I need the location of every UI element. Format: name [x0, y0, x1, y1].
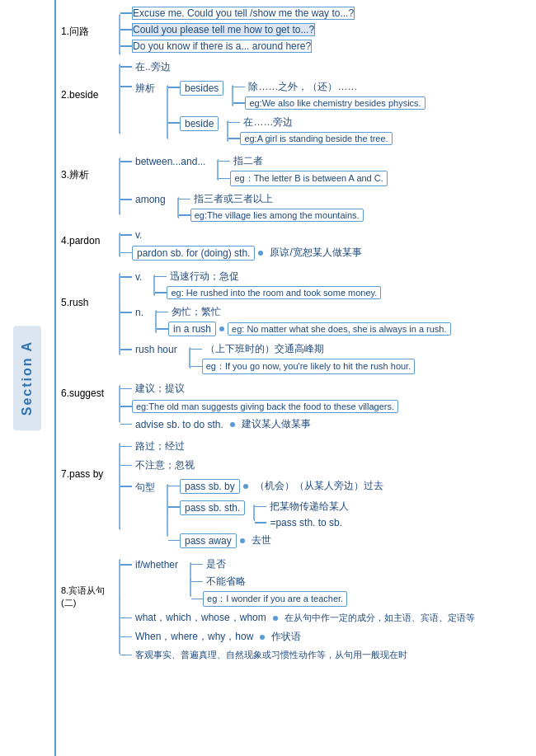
item-4: 4.pardon v. [61, 227, 533, 261]
item7-meaning1: 路过；经过 [132, 439, 188, 454]
item2-beside-meaning2: 在……旁边 [240, 115, 296, 130]
section-label: Section A [13, 326, 41, 430]
item8-ifwhether: if/whether [132, 558, 181, 571]
item-6: 6.suggest 建议；提议 [61, 379, 533, 432]
item8-keguan: 客观事实、普遍真理、自然现象或习惯性动作等，从句用一般现在时 [132, 648, 411, 662]
item2-bianxi: 辨析 [132, 81, 158, 96]
item6-advise-meaning: 建议某人做某事 [238, 416, 314, 432]
key-5: 5.rush [61, 297, 88, 308]
item5-v: v. [132, 270, 145, 284]
item7-jutype: 句型 [132, 480, 158, 495]
item7-pass-equals: =pass sth. to sb. [266, 516, 346, 529]
key-2: 2.beside [61, 89, 98, 101]
item8-when-meaning: 作状语 [268, 629, 304, 645]
item5-rush-eg: eg: No matter what she does, she is alwa… [228, 322, 450, 336]
item1-branch2: Could you please tell me how to get to..… [132, 23, 315, 36]
key-3: 3.辨析 [61, 169, 89, 181]
item8-buneng: 不能省略 [203, 574, 249, 589]
key-4: 4.pardon [61, 235, 100, 247]
item3-among: among [132, 193, 169, 206]
key-8: 8.宾语从句(二) [61, 585, 105, 608]
item2-besides-eg: eg:We also like chemistry besides physic… [245, 96, 425, 110]
item2-besides: besides [180, 81, 223, 96]
item-3: 3.辨析 between...and... [61, 150, 533, 222]
item5-v-meaning: 迅速行动；急促 [167, 269, 242, 284]
item7-pass-away: pass away [180, 533, 237, 548]
main-content: 1.问路 Excuse me. Could [56, 0, 536, 756]
item1-branch1: Excuse me. Could you tell /show me the w… [132, 7, 355, 20]
item2-beside-eg: eg:A girl is standing beside the tree. [240, 132, 392, 145]
item3-between-eg: eg：The letter B is between A and C. [230, 171, 387, 186]
item6-advise: advise sb. to do sth. [132, 418, 227, 431]
item1-branch3: Do you know if there is a... around here… [132, 40, 312, 53]
item7-pass-sb-by: pass sb. by [180, 479, 240, 494]
item4-meaning: 原谅/宽恕某人做某事 [266, 245, 364, 261]
item2-besides-meaning: 除……之外，（还）…… [245, 79, 360, 95]
section-label-bar: Section A [0, 0, 56, 756]
item7-pass-away-meaning: 去世 [248, 533, 275, 548]
item7-pass-sth-meaning: 把某物传递给某人 [266, 499, 352, 514]
item7-meaning2: 不注意；忽视 [132, 458, 198, 473]
key-1: 1.问路 [61, 26, 89, 37]
item2-beside-word: beside [180, 116, 219, 131]
item3-between-meaning: 指二者 [230, 153, 266, 169]
page-container: Section A 1.问路 [0, 0, 536, 756]
item7-pass-sb-sth: pass sb. sth. [180, 500, 245, 515]
item5-n: n. [132, 306, 147, 319]
item5-in-a-rush: in a rush [168, 322, 216, 336]
key-7: 7.pass by [61, 468, 103, 480]
item8-if-eg: eg：I wonder if you are a teacher. [203, 591, 347, 607]
item4-v: v. [132, 228, 145, 242]
item2-beside-meaning: 在..旁边 [132, 59, 174, 75]
item-7: 7.pass by [61, 437, 533, 548]
item6-eg: eg:The old man suggests giving back the … [132, 400, 398, 413]
item4-phrase: pardon sb. for (doing) sth. [132, 246, 255, 261]
item5-rush-hour-meaning: （上下班时的）交通高峰期 [202, 341, 327, 357]
item8-what-meaning: 在从句中作一定的成分，如主语、宾语、定语等 [281, 611, 478, 625]
item7-pass-sb-by-meaning: （机会）（从某人旁边）过去 [252, 478, 387, 494]
item3-among-meaning: 指三者或三者以上 [190, 191, 276, 207]
item8-when-where: When，where，why，how [132, 629, 256, 645]
item5-rush-hour-eg: eg：If you go now, you're likely to hit t… [202, 359, 416, 374]
item-5: 5.rush v [61, 265, 533, 374]
item5-n-meaning: 匆忙；繁忙 [168, 304, 224, 320]
item5-v-eg: eg: He rushed into the room and took som… [167, 286, 381, 299]
item3-among-eg: eg:The village lies among the mountains. [190, 209, 364, 222]
item8-what-which: what，which，whose，whom [132, 610, 270, 626]
item5-rush-hour: rush hour [132, 343, 181, 356]
key-6: 6.suggest [61, 387, 104, 399]
item-8: 8.宾语从句(二) [61, 553, 533, 662]
item8-shifou: 是否 [203, 556, 229, 572]
item3-between: between...and... [132, 155, 209, 168]
item-1: 1.问路 Excuse me. Could [61, 7, 533, 53]
item6-meaning: 建议；提议 [132, 381, 188, 397]
item-2: 2.beside [61, 58, 533, 145]
